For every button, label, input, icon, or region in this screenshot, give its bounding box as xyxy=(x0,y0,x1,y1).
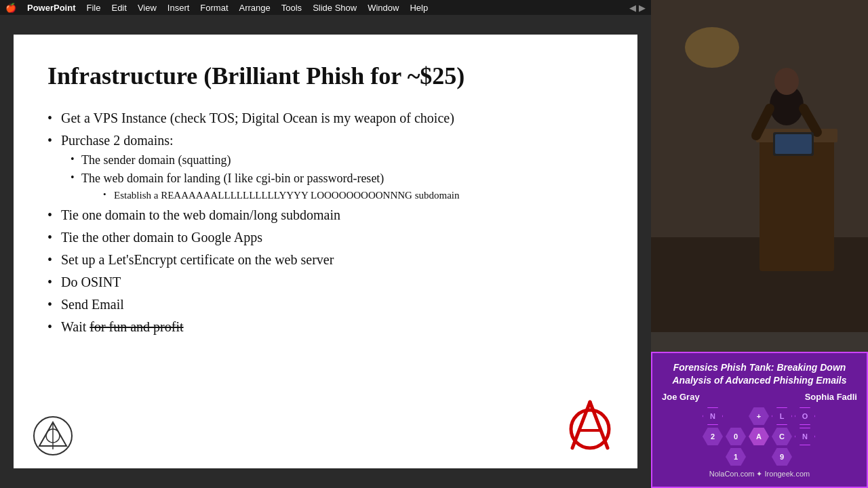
menu-insert[interactable]: Insert xyxy=(167,3,190,13)
bullet-1-text: Get a VPS Instance (check TOS; Digital O… xyxy=(61,110,454,125)
video-area xyxy=(651,0,868,332)
menu-format[interactable]: Format xyxy=(200,3,228,13)
hex-n2: N xyxy=(795,428,815,445)
menu-window[interactable]: Window xyxy=(368,3,399,13)
bullet-6-text: Do OSINT xyxy=(61,274,121,289)
bullet-2: Purchase 2 domains: The sender domain (s… xyxy=(47,131,604,202)
menu-file[interactable]: File xyxy=(87,3,101,13)
hex-decoration: N + L O 2 0 A C N 1 9 xyxy=(662,407,857,467)
window-controls: ◀ ▶ xyxy=(629,3,646,13)
hex-l: L xyxy=(772,407,792,425)
bullet-7-text: Send Email xyxy=(61,297,124,312)
bullet-2-sub-2-sub-1: Establish a REAAAAAALLLLLLLLLLYYYY LOOOO… xyxy=(81,189,604,203)
video-background xyxy=(651,0,868,332)
bullet-8-text-strikethrough: for fun and profit xyxy=(90,319,183,334)
hex-2: 2 xyxy=(703,428,723,445)
bullet-2-sub-2-sub-1-text: Establish a REAAAAAALLLLLLLLLLYYYY LOOOO… xyxy=(114,190,460,201)
bullet-2-sub-1-text: The sender domain (squatting) xyxy=(81,153,231,167)
hex-empty-4 xyxy=(795,448,815,466)
hex-o2: O xyxy=(795,407,815,425)
bullet-3-text: Tie one domain to the web domain/long su… xyxy=(61,207,340,222)
speaker-2: Sophia Fadli xyxy=(805,392,857,402)
svg-line-9 xyxy=(590,402,608,448)
menu-help[interactable]: Help xyxy=(410,3,428,13)
bullet-7: Send Email xyxy=(47,296,604,314)
bullet-8-text-prefix: Wait xyxy=(61,319,90,334)
hex-c: C xyxy=(772,428,792,445)
apple-menu[interactable]: 🍎 xyxy=(5,3,16,13)
talk-title: Forensics Phish Tank: Breaking Down Anal… xyxy=(662,361,857,388)
hex-empty-2 xyxy=(703,448,723,466)
right-panel: Forensics Phish Tank: Breaking Down Anal… xyxy=(651,0,868,488)
bullet-2-sub-2-sublist: Establish a REAAAAAALLLLLLLLLLYYYY LOOOO… xyxy=(81,189,604,203)
slide-title: Infrastructure (Brilliant Phish for ~$25… xyxy=(47,62,604,90)
bullet-5: Set up a Let'sEncrypt certificate on the… xyxy=(47,251,604,269)
svg-line-8 xyxy=(572,402,590,448)
scene-svg xyxy=(651,0,868,332)
menu-view[interactable]: View xyxy=(138,3,157,13)
menu-right-controls: ◀ ▶ xyxy=(629,3,646,13)
hex-n: N xyxy=(703,407,723,425)
menu-bar: 🍎 PowerPoint File Edit View Insert Forma… xyxy=(0,0,651,15)
bullet-3: Tie one domain to the web domain/long su… xyxy=(47,206,604,224)
bullet-6: Do OSINT xyxy=(47,273,604,291)
bullet-8: Wait for fun and profit xyxy=(47,318,604,336)
bullet-2-sub-2-text: The web domain for landing (I like cgi-b… xyxy=(81,171,384,185)
hex-0: 0 xyxy=(726,428,746,445)
info-overlay: Forensics Phish Tank: Breaking Down Anal… xyxy=(651,352,868,488)
valhalla-logo xyxy=(33,415,73,456)
presentation-slide: Infrastructure (Brilliant Phish for ~$25… xyxy=(14,35,637,468)
hex-grid: N + L O 2 0 A C N 1 9 xyxy=(703,407,816,467)
svg-point-13 xyxy=(685,27,739,68)
svg-point-17 xyxy=(774,68,799,95)
hex-plus: + xyxy=(749,407,769,425)
bullet-4: Tie the other domain to Google Apps xyxy=(47,228,604,247)
bullet-5-text: Set up a Let'sEncrypt certificate on the… xyxy=(61,252,334,267)
anarchy-symbol xyxy=(563,399,617,462)
hex-empty-1 xyxy=(726,407,746,425)
svg-rect-21 xyxy=(775,134,812,154)
menu-arrange[interactable]: Arrange xyxy=(239,3,271,13)
menu-slideshow[interactable]: Slide Show xyxy=(313,3,357,13)
bullet-4-text: Tie the other domain to Google Apps xyxy=(61,230,262,245)
menu-tools[interactable]: Tools xyxy=(281,3,302,13)
speaker-1: Joe Gray xyxy=(662,392,700,402)
bullet-1: Get a VPS Instance (check TOS; Digital O… xyxy=(47,109,604,127)
slide-bullet-list: Get a VPS Instance (check TOS; Digital O… xyxy=(47,109,604,336)
bullet-2-sub-1: The sender domain (squatting) xyxy=(61,152,604,168)
bullet-2-sub-2: The web domain for landing (I like cgi-b… xyxy=(61,171,604,202)
hex-9: 9 xyxy=(772,448,792,466)
bottom-links: NolaCon.com ✦ Irongeek.com xyxy=(662,470,857,479)
slide-container: Infrastructure (Brilliant Phish for ~$25… xyxy=(0,15,651,488)
hex-a: A xyxy=(749,428,769,445)
menu-powerpoint[interactable]: PowerPoint xyxy=(27,3,76,13)
speakers: Joe Gray Sophia Fadli xyxy=(662,392,857,402)
bullet-2-text: Purchase 2 domains: xyxy=(61,133,174,148)
hex-empty-3 xyxy=(749,448,769,466)
menu-edit[interactable]: Edit xyxy=(111,3,126,13)
hex-1: 1 xyxy=(726,448,746,466)
bullet-2-sublist: The sender domain (squatting) The web do… xyxy=(61,152,604,202)
